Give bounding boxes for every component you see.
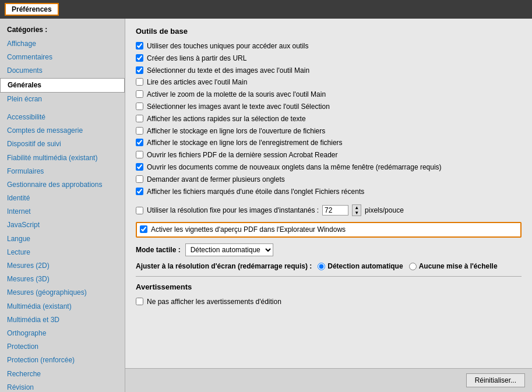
resolution-spinner[interactable]: ▲ ▼ (352, 204, 361, 216)
section-warnings-heading: Avertissements (136, 282, 522, 291)
checkbox-row-cb3: Sélectionner du texte et des images avec… (136, 66, 522, 76)
checkbox-row-cb12: Demander avant de fermer plusieurs ongle… (136, 175, 522, 185)
sidebar-item-comptes-messagerie[interactable]: Comptes de messagerie (0, 124, 125, 137)
resolution-input[interactable] (322, 205, 348, 216)
sidebar-title: Catégories : (0, 24, 125, 37)
checkbox-cb1[interactable] (136, 42, 143, 50)
sidebar-item-lecture[interactable]: Lecture (0, 246, 125, 259)
resolution-checkbox[interactable] (136, 207, 143, 214)
checkbox-row-cb11: Ouvrir les documents comme de nouveaux o… (136, 163, 522, 172)
resolution-label[interactable]: Utiliser la résolution fixe pour les ima… (147, 206, 319, 214)
sidebar-item-langue[interactable]: Langue (0, 232, 125, 246)
sidebar-item-mesures-2d[interactable]: Mesures (2D) (0, 259, 125, 273)
radio-none-input[interactable] (409, 263, 417, 270)
sidebar-item-dispositif-suivi[interactable]: Dispositif de suivi (0, 137, 125, 151)
sidebar-item-orthographe[interactable]: Orthographe (0, 327, 125, 340)
checkbox-cb10[interactable] (136, 151, 143, 158)
checkbox-row-cb7: Afficher les actions rapides sur la séle… (136, 114, 522, 124)
basic-tools-checkbox-list: Utiliser des touches uniques pour accéde… (136, 41, 522, 196)
content-area: Outils de base Utiliser des touches uniq… (125, 19, 532, 368)
sidebar-item-javascript[interactable]: JavaScript (0, 218, 125, 232)
checkbox-row-cb13: Afficher les fichiers marqués d'une étoi… (136, 187, 522, 197)
checkbox-label-cb10[interactable]: Ouvrir les fichiers PDF de la dernière s… (147, 150, 337, 160)
resolution-ecran-row: Ajuster à la résolution d'écran (redémar… (136, 262, 522, 270)
sidebar-item-multimedia-existant[interactable]: Multimédia (existant) (0, 300, 125, 313)
sidebar-item-protection-renforcee[interactable]: Protection (renforcée) (0, 354, 125, 367)
radio-none-label[interactable]: Aucune mise à l'échelle (419, 262, 498, 270)
sidebar-item-formulaires[interactable]: Formulaires (0, 165, 125, 178)
checkbox-cb5[interactable] (136, 90, 143, 98)
sidebar-item-commentaires[interactable]: Commentaires (0, 51, 125, 64)
sidebar-item-accessibilite[interactable]: Accessibilité (0, 111, 125, 124)
checkbox-label-cb2[interactable]: Créer des liens à partir des URL (147, 54, 246, 63)
spinner-down[interactable]: ▼ (353, 210, 361, 216)
thumbnail-row: Activer les vignettes d'aperçu PDF dans … (136, 222, 522, 238)
bottom-bar: Réinitialiser... (125, 368, 532, 392)
checkbox-row-cb2: Créer des liens à partir des URL (136, 54, 522, 63)
checkbox-label-cb11[interactable]: Ouvrir les documents comme de nouveaux o… (147, 163, 442, 172)
checkbox-row-cb9: Afficher le stockage en ligne lors de l'… (136, 138, 522, 148)
checkbox-cb11[interactable] (136, 163, 143, 171)
checkbox-label-cb3[interactable]: Sélectionner du texte et des images avec… (147, 66, 309, 76)
resolution-ecran-label: Ajuster à la résolution d'écran (redémar… (136, 262, 312, 270)
warning-row: Ne pas afficher les avertissements d'édi… (136, 297, 522, 307)
checkbox-row-cb1: Utiliser des touches uniques pour accéde… (136, 41, 522, 51)
thumbnail-checkbox[interactable] (140, 225, 147, 233)
checkbox-label-cb13[interactable]: Afficher les fichiers marqués d'une étoi… (147, 187, 364, 197)
checkbox-label-cb5[interactable]: Activer le zoom de la molette de la sour… (147, 90, 326, 100)
checkbox-label-cb4[interactable]: Lire des articles avec l'outil Main (147, 77, 247, 87)
radio-none: Aucune mise à l'échelle (409, 262, 498, 270)
sidebar-item-protection[interactable]: Protection (0, 340, 125, 354)
sidebar-item-identite[interactable]: Identité (0, 192, 125, 205)
warning-checkbox[interactable] (136, 298, 143, 305)
resolution-row: Utiliser la résolution fixe pour les ima… (136, 204, 522, 216)
checkbox-label-cb6[interactable]: Sélectionner les images avant le texte a… (147, 102, 330, 112)
checkbox-cb13[interactable] (136, 188, 143, 195)
main-container: Catégories : AffichageCommentairesDocume… (0, 19, 532, 392)
checkbox-label-cb7[interactable]: Afficher les actions rapides sur la séle… (147, 114, 306, 124)
checkbox-row-cb6: Sélectionner les images avant le texte a… (136, 102, 522, 112)
sidebar-item-gestionnaire-approbations[interactable]: Gestionnaire des approbations (0, 178, 125, 192)
sidebar-item-affichage[interactable]: Affichage (0, 37, 125, 51)
warning-label[interactable]: Ne pas afficher les avertissements d'édi… (147, 297, 281, 307)
checkbox-cb4[interactable] (136, 78, 143, 86)
checkbox-label-cb1[interactable]: Utiliser des touches uniques pour accéde… (147, 41, 309, 51)
sidebar-item-mesures-3d[interactable]: Mesures (3D) (0, 273, 125, 286)
sidebar-item-recherche[interactable]: Recherche (0, 368, 125, 381)
section-basic-tools-heading: Outils de base (136, 27, 522, 36)
titlebar-label: Préférences (5, 3, 59, 16)
thumbnail-label[interactable]: Activer les vignettes d'aperçu PDF dans … (151, 225, 346, 235)
mode-tactile-select[interactable]: Détection automatiqueTactileStandard (185, 243, 273, 256)
checkbox-cb3[interactable] (136, 66, 143, 74)
radio-auto: Détection automatique (318, 262, 403, 270)
sidebar-item-mesures-geo[interactable]: Mesures (géographiques) (0, 286, 125, 299)
sidebar-item-fiabilite-multimedia[interactable]: Fiabilité multimédia (existant) (0, 151, 125, 165)
titlebar: Préférences (0, 0, 532, 19)
checkbox-row-cb5: Activer le zoom de la molette de la sour… (136, 90, 522, 100)
radio-auto-label[interactable]: Détection automatique (327, 262, 403, 270)
sidebar: Catégories : AffichageCommentairesDocume… (0, 19, 125, 392)
reinitialiser-button[interactable]: Réinitialiser... (466, 373, 525, 387)
checkbox-label-cb12[interactable]: Demander avant de fermer plusieurs ongle… (147, 175, 285, 185)
mode-tactile-row: Mode tactile : Détection automatiqueTact… (136, 243, 522, 256)
radio-auto-input[interactable] (318, 263, 325, 270)
checkbox-row-cb8: Afficher le stockage en ligne lors de l'… (136, 126, 522, 136)
sidebar-item-internet[interactable]: Internet (0, 205, 125, 218)
checkbox-cb2[interactable] (136, 54, 143, 62)
sidebar-item-documents[interactable]: Documents (0, 64, 125, 77)
sidebar-item-generales[interactable]: Générales (0, 78, 125, 93)
checkbox-cb9[interactable] (136, 139, 143, 146)
checkbox-row-cb10: Ouvrir les fichiers PDF de la dernière s… (136, 150, 522, 160)
sidebar-item-revision[interactable]: Révision (0, 381, 125, 392)
checkbox-label-cb8[interactable]: Afficher le stockage en ligne lors de l'… (147, 126, 325, 136)
checkbox-cb6[interactable] (136, 103, 143, 110)
checkbox-label-cb9[interactable]: Afficher le stockage en ligne lors de l'… (147, 138, 343, 148)
sidebar-item-plein-ecran[interactable]: Plein écran (0, 93, 125, 106)
checkbox-row-cb4: Lire des articles avec l'outil Main (136, 77, 522, 87)
checkbox-cb12[interactable] (136, 175, 143, 183)
checkbox-cb7[interactable] (136, 115, 143, 122)
sidebar-item-multimedia-3d[interactable]: Multimédia et 3D (0, 313, 125, 327)
section-divider (136, 276, 522, 277)
spinner-up[interactable]: ▲ (353, 205, 361, 210)
checkbox-cb8[interactable] (136, 127, 143, 135)
